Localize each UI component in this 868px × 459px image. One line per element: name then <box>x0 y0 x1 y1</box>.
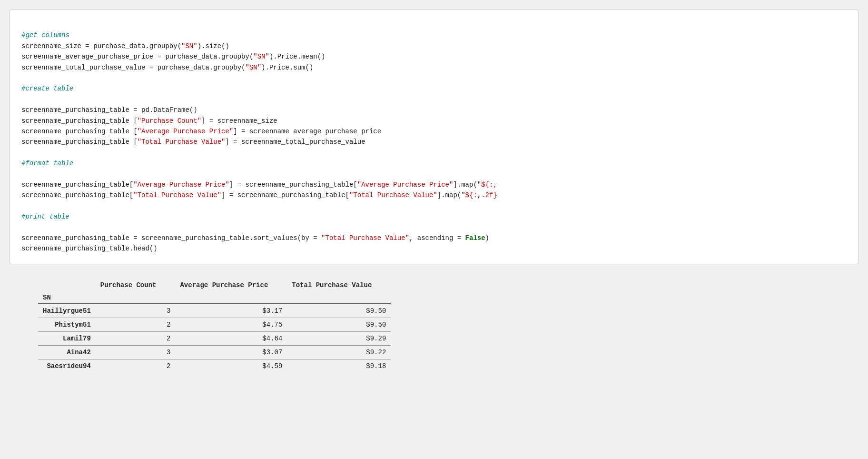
comment-format-table: #format table <box>21 160 73 167</box>
cell-count: 2 <box>96 318 176 331</box>
cell-avg: $3.17 <box>175 304 287 318</box>
th-total-purchase-value: Total Purchase Value <box>287 279 391 292</box>
th-sn: SN <box>38 292 391 304</box>
code-create-table: screenname_purchasing_table = pd.DataFra… <box>21 106 381 146</box>
code-format-table: screenname_purchasing_table["Average Pur… <box>21 181 497 199</box>
code-line-1: screenname_size = purchase_data.groupby(… <box>21 42 326 71</box>
cell-total: $9.50 <box>287 304 391 318</box>
cell-sn: Saesrideu94 <box>38 359 96 373</box>
purchasing-table: Purchase Count Average Purchase Price To… <box>38 279 391 373</box>
comment-get-columns: #get columns <box>21 31 69 39</box>
code-block: #get columns screenname_size = purchase_… <box>10 10 858 264</box>
cell-count: 3 <box>96 345 176 359</box>
cell-avg: $4.59 <box>175 359 287 373</box>
comment-create-table: #create table <box>21 85 73 92</box>
table-row: Lamil79 2 $4.64 $9.29 <box>38 331 391 345</box>
table-row: Aina42 3 $3.07 $9.22 <box>38 345 391 359</box>
table-row: Phistym51 2 $4.75 $9.50 <box>38 318 391 331</box>
th-purchase-count: Purchase Count <box>96 279 176 292</box>
comment-print-table: #print table <box>21 213 69 220</box>
cell-total: $9.50 <box>287 318 391 331</box>
cell-total: $9.22 <box>287 345 391 359</box>
code-print-table: screenname_purchasing_table = screenname… <box>21 234 489 252</box>
table-row: Haillyrgue51 3 $3.17 $9.50 <box>38 304 391 318</box>
table-section: Purchase Count Average Purchase Price To… <box>10 279 858 387</box>
cell-count: 3 <box>96 304 176 318</box>
cell-avg: $3.07 <box>175 345 287 359</box>
th-avg-purchase-price: Average Purchase Price <box>175 279 287 292</box>
cell-sn: Phistym51 <box>38 318 96 331</box>
cell-sn: Aina42 <box>38 345 96 359</box>
cell-sn: Haillyrgue51 <box>38 304 96 318</box>
table-row: Saesrideu94 2 $4.59 $9.18 <box>38 359 391 373</box>
cell-count: 2 <box>96 331 176 345</box>
cell-sn: Lamil79 <box>38 331 96 345</box>
cell-total: $9.18 <box>287 359 391 373</box>
cell-avg: $4.75 <box>175 318 287 331</box>
cell-count: 2 <box>96 359 176 373</box>
th-sn-empty <box>38 279 96 292</box>
cell-avg: $4.64 <box>175 331 287 345</box>
cell-total: $9.29 <box>287 331 391 345</box>
